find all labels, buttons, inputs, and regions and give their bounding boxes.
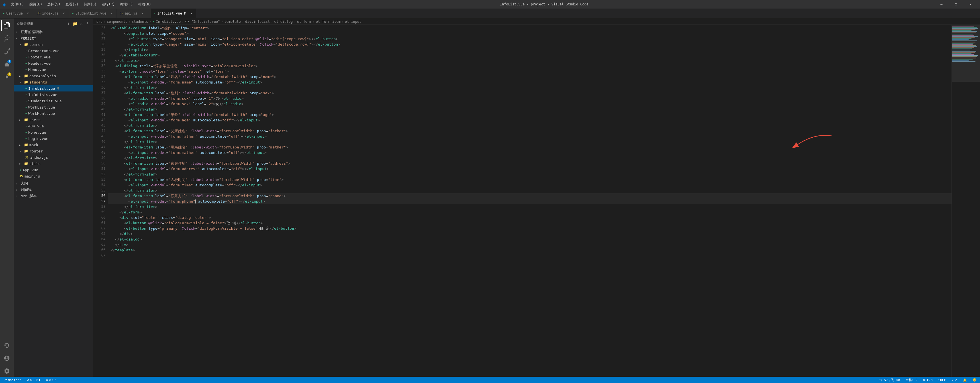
tree-breadcrumb-vue[interactable]: ✦ Breadcrumb.vue <box>14 48 93 54</box>
menu-goto[interactable]: 转到(G) <box>81 2 99 7</box>
ln-44: 44 <box>94 128 105 134</box>
tree-footer-vue[interactable]: ✦ Footer.vue <box>14 54 93 60</box>
menu-select[interactable]: 选择(S) <box>45 2 63 7</box>
tree-npm-scripts[interactable]: › NPM 脚本 <box>14 193 93 199</box>
tab-studentlist-vue[interactable]: ✦ StudentList.vue ✕ <box>69 8 117 18</box>
bc-students[interactable]: students <box>132 20 148 24</box>
collapse-icon[interactable]: ⋮ <box>85 21 90 27</box>
tree-worklist-vue[interactable]: ✦ WorkList.vue <box>14 104 93 110</box>
ln-28: 28 <box>94 41 105 47</box>
tab-close-infolist-vue[interactable]: ✕ <box>189 11 193 16</box>
bc-divinfolist[interactable]: div.infoList <box>245 20 270 24</box>
close-button[interactable]: ✕ <box>964 0 977 8</box>
search-icon[interactable] <box>1 33 13 44</box>
minimize-button[interactable]: — <box>935 0 948 8</box>
tree-dataanalysis-folder[interactable]: ► 📁 dataAnalysis <box>14 73 93 79</box>
error-number: 0 <box>49 378 51 382</box>
settings-icon[interactable] <box>1 365 13 377</box>
bc-elinput[interactable]: el-input <box>345 20 361 24</box>
bc-src[interactable]: src <box>96 20 103 24</box>
bc-elform[interactable]: el-form <box>297 20 312 24</box>
menu-run[interactable]: 运行(R) <box>99 2 117 7</box>
menu-help[interactable]: 帮助(H) <box>136 2 154 7</box>
line-ending[interactable]: CRLF <box>937 377 947 383</box>
tab-close-user-vue[interactable]: ✕ <box>25 11 30 16</box>
code-line-48: <el-input v-model="form.mather" autocomp… <box>108 150 951 155</box>
tree-workment-vue[interactable]: ✦ WorkMent.vue <box>14 110 93 116</box>
tree-studentlist-vue[interactable]: ✦ StudentList.vue <box>14 98 93 104</box>
bc-elformitem[interactable]: el-form-item <box>316 20 341 24</box>
refresh-icon[interactable]: ↻ <box>80 21 83 27</box>
tree-mock-folder[interactable]: ► 📁 mock <box>14 142 93 148</box>
notifications[interactable]: 🔔 <box>962 377 968 383</box>
git-branch[interactable]: ⎇ master* <box>2 377 22 383</box>
tab-api-js[interactable]: JS api.js ✕ <box>117 8 151 18</box>
encoding[interactable]: UTF-8 <box>922 377 934 383</box>
bc-template[interactable]: template <box>224 20 241 24</box>
code-line-45: <el-input v-model="form.father" autocomp… <box>108 134 951 139</box>
tab-infolist-vue[interactable]: ✦ InfoList.vue M ✕ <box>151 8 197 18</box>
tree-router-index-js[interactable]: JS index.js <box>14 154 93 160</box>
tree-menu-vue[interactable]: ✦ Menu.vue <box>14 66 93 73</box>
run-debug-icon[interactable]: 2 <box>1 71 13 83</box>
new-file-icon[interactable]: + <box>67 21 70 27</box>
tree-infolist-vue[interactable]: ✦ InfoList.vue M <box>14 85 93 91</box>
vue-file-icon: ✦ <box>25 55 27 59</box>
tree-users-folder[interactable]: ► 📁 users <box>14 116 93 123</box>
bc-infolist[interactable]: InfoList.vue <box>156 20 181 24</box>
modified-label: M <box>57 87 59 90</box>
tree-timeline[interactable]: › 时间线 <box>14 187 93 193</box>
bc-template-obj[interactable]: {} "InfoList.vue" <box>185 20 220 24</box>
bc-components[interactable]: components <box>107 20 127 24</box>
status-bar: ⎇ master* ⟳ 0 ⬇ 0 ⬆ ✕ 0 ⚠ 2 行 57，列 40 <box>0 377 980 383</box>
tree-common-folder[interactable]: ▾ 📁 common <box>14 41 93 48</box>
feedback[interactable]: 😊 <box>972 377 978 383</box>
menu-view[interactable]: 查看(V) <box>63 2 81 7</box>
error-count[interactable]: ✕ 0 ⚠ 2 <box>45 377 57 383</box>
tree-app-vue[interactable]: ✦ App.vue <box>14 167 93 173</box>
sync-status[interactable]: ⟳ 0 ⬇ 0 ⬆ <box>25 377 41 383</box>
new-folder-icon[interactable]: 📁 <box>72 21 78 27</box>
menu-terminal[interactable]: 终端(T) <box>118 2 135 7</box>
menu-edit[interactable]: 编辑(E) <box>27 2 45 7</box>
tree-utils-folder[interactable]: ► 📁 utils <box>14 160 93 167</box>
menu-file[interactable]: 文件(F) <box>9 2 27 7</box>
maximize-button[interactable]: ❒ <box>950 0 963 8</box>
cursor-position[interactable]: 行 57，列 40 <box>878 377 901 383</box>
tab-close-api-js[interactable]: ✕ <box>140 11 145 16</box>
ln-45: 45 <box>94 134 105 139</box>
folder-icon: 📁 <box>24 149 28 153</box>
tab-close-studentlist-vue[interactable]: ✕ <box>109 11 114 16</box>
tree-404-vue[interactable]: ✦ 404.vue <box>14 123 93 129</box>
explorer-icon[interactable] <box>1 20 13 31</box>
tree-outline[interactable]: › 大纲 <box>14 180 93 187</box>
tree-students-folder[interactable]: ▾ 📁 students <box>14 79 93 85</box>
ln-40: 40 <box>94 107 105 112</box>
language-mode[interactable]: Vue <box>950 377 958 383</box>
tree-open-editors[interactable]: › 打开的编辑器 <box>14 29 93 35</box>
minimap <box>951 25 980 377</box>
code-editor[interactable]: <el-table-column label="操作" align="cente… <box>108 25 951 377</box>
code-line-58: </el-form-item> <box>108 204 951 209</box>
tree-infolists-vue[interactable]: ✦ InfoLists.vue <box>14 91 93 98</box>
remote-icon[interactable] <box>1 340 13 351</box>
extensions-icon[interactable]: 1 <box>1 58 13 70</box>
accounts-icon[interactable] <box>1 353 13 364</box>
sync-icon: ⟳ <box>27 378 29 382</box>
indentation[interactable]: 空格: 2 <box>905 377 919 383</box>
tree-project[interactable]: ‣ PROJECT <box>14 35 93 41</box>
breadcrumb: src › components › students › ✦ InfoList… <box>94 19 980 25</box>
tree-router-folder[interactable]: ▾ 📁 router <box>14 148 93 154</box>
bc-eldialog[interactable]: el-dialog <box>274 20 293 24</box>
tab-user-vue[interactable]: ✦ User.vue ✕ <box>0 8 34 18</box>
tab-index-js[interactable]: JS index.js ✕ <box>34 8 69 18</box>
tab-close-index-js[interactable]: ✕ <box>62 11 66 16</box>
tree-header-vue[interactable]: ✦ Header.vue <box>14 60 93 66</box>
source-control-icon[interactable] <box>1 46 13 57</box>
tree-login-vue[interactable]: ✦ Login.vue <box>14 136 93 142</box>
tree-home-vue[interactable]: ✦ Home.vue <box>14 129 93 136</box>
tree-main-js[interactable]: JS main.js <box>14 173 93 179</box>
vue-file-icon: ✦ <box>25 137 27 140</box>
chevron-right-icon: ► <box>19 74 24 78</box>
chevron-right-icon: › <box>16 30 21 34</box>
